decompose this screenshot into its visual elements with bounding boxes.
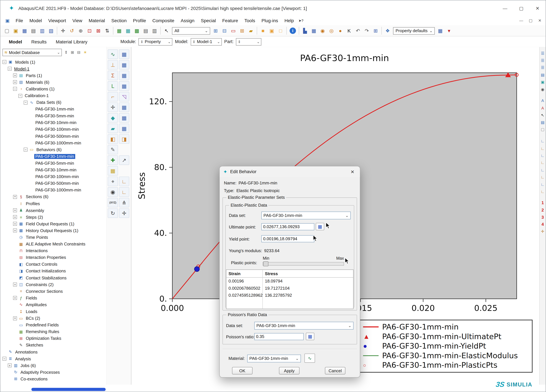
solid-manager-icon[interactable]: ▦ xyxy=(119,113,129,123)
viewport-tree-icon[interactable]: ☰ xyxy=(540,58,546,64)
zoom-icon[interactable]: ⊕ xyxy=(77,26,85,35)
dialog-title-bar[interactable]: ✦ Edit Behavior ✕ xyxy=(220,166,360,177)
query-info-icon[interactable]: i xyxy=(290,28,296,34)
tree-item-label[interactable]: Data Sets (6) xyxy=(35,100,62,105)
tree-item-label[interactable]: Sections (6) xyxy=(25,194,50,199)
tree-item-sections-6[interactable]: +§Sections (6) xyxy=(0,194,106,200)
new-model-icon[interactable]: ▢ xyxy=(3,26,11,35)
tree-item-calibrations-1[interactable]: −◔Calibrations (1) xyxy=(0,86,106,92)
tree-item-label[interactable]: History Output Requests (1) xyxy=(25,228,79,233)
tree-item-pa6-gf30-1000mm-min[interactable]: PA6-GF30-1000mm-min xyxy=(0,187,106,193)
tree-item-model-1[interactable]: −Model-1 xyxy=(0,65,106,72)
hidden-line-icon[interactable]: ▦ xyxy=(124,26,132,35)
tree-item-label[interactable]: Models (1) xyxy=(14,59,36,65)
tree-expander-icon[interactable]: − xyxy=(24,148,28,152)
ok-button[interactable]: OK xyxy=(232,367,253,374)
tree-item-label[interactable]: PA6-GF30-100mm-min xyxy=(34,174,80,179)
ultimate-point-input[interactable] xyxy=(261,223,314,230)
create-set-icon[interactable]: ⌖ xyxy=(108,176,118,186)
tree-item-label[interactable]: Fields xyxy=(25,295,38,301)
tree-item-label[interactable]: Contact Stabilizations xyxy=(25,275,68,280)
tree-item-analysis[interactable]: −≣Analysis xyxy=(0,355,106,362)
tree-expander-icon[interactable]: + xyxy=(13,316,17,320)
stringer-alt-icon[interactable]: ◨ xyxy=(119,134,129,144)
translate-icon[interactable]: ✛ xyxy=(108,103,118,112)
wireframe-icon[interactable]: ▦ xyxy=(115,26,123,35)
translate-manager-icon[interactable]: ▦ xyxy=(119,103,129,112)
tree-item-label[interactable]: Profiles xyxy=(25,201,41,206)
csys-6-icon[interactable]: ∟ xyxy=(540,174,546,180)
tree-item-jobs-6[interactable]: +▥Jobs (6) xyxy=(0,362,106,369)
tree-item-label[interactable]: Constraints (2) xyxy=(25,282,55,287)
tree-item-label[interactable]: Optimization Tasks xyxy=(25,336,62,341)
strain-cell[interactable]: 0.002067860502 xyxy=(226,286,262,291)
tree-item-label[interactable]: Interactions xyxy=(25,248,49,253)
collapse-all-icon[interactable]: ⊟ xyxy=(76,49,82,56)
save-icon[interactable]: ▦ xyxy=(20,26,29,35)
data-set-combo[interactable]: PA6-GF30-1mm-min xyxy=(261,211,351,219)
maximize-button[interactable]: ▢ xyxy=(513,0,530,16)
tree-item-interactions[interactable]: ⊓Interactions xyxy=(0,247,106,254)
tree-item-label[interactable]: PA6-GF30-100mm-min xyxy=(34,127,80,132)
csys-3-icon[interactable]: ∟ xyxy=(540,153,546,158)
menu-help[interactable]: Help xyxy=(281,18,297,23)
tree-expander-icon[interactable]: + xyxy=(8,364,12,367)
tree-item-bcs-2[interactable]: +▭BCs (2) xyxy=(0,315,106,322)
create-section-icon[interactable]: ⊥ xyxy=(108,60,118,70)
tree-item-pa6-gf30-100mm-min[interactable]: PA6-GF30-100mm-min xyxy=(0,126,106,133)
assign-normals-icon[interactable]: ◹ xyxy=(119,92,129,101)
color-dropdown-arrow-icon[interactable]: ▾ xyxy=(445,26,453,35)
menu-model[interactable]: Model xyxy=(26,18,45,23)
film-icon[interactable]: ▣ xyxy=(540,79,546,85)
stress-cell[interactable]: 18.09794 xyxy=(262,279,282,284)
tree-item-label[interactable]: PA6-GF30-1000mm-min xyxy=(34,188,82,193)
apply-button[interactable]: Apply xyxy=(279,367,299,374)
pan-icon[interactable]: ✛ xyxy=(59,26,67,35)
tree-item-amplitudes[interactable]: ∿Amplitudes xyxy=(0,301,106,308)
tree-item-label[interactable]: Sketches xyxy=(25,343,44,348)
undo-icon[interactable]: ↶ xyxy=(354,26,362,35)
circle-tool1-icon[interactable]: ◉ xyxy=(318,26,327,35)
tree-item-predefined-fields[interactable]: ▭Predefined Fields xyxy=(0,322,106,328)
tree-toggle-icon[interactable]: ⊞ xyxy=(371,26,380,35)
tree-expander-icon[interactable]: − xyxy=(2,60,6,64)
tree-item-contact-controls[interactable]: ◧Contact Controls xyxy=(0,261,106,268)
tree-item-label[interactable]: PA6-GF30-1mm-min xyxy=(34,154,75,159)
tree-item-label[interactable]: Parts (1) xyxy=(25,73,43,78)
tree-expander-icon[interactable]: − xyxy=(19,94,22,98)
redo-icon[interactable]: ↷ xyxy=(363,26,371,35)
material-combo[interactable]: PA6-GF30-1mm-min xyxy=(247,355,301,362)
tree-item-label[interactable]: Amplitudes xyxy=(25,302,48,307)
strain-column-header[interactable]: Strain xyxy=(226,271,262,276)
csys-1-icon[interactable]: ∟ xyxy=(540,138,546,144)
tree-item-steps-2[interactable]: +≡Steps (2) xyxy=(0,214,106,221)
tree-expander-icon[interactable]: − xyxy=(13,87,17,91)
stress-column-header[interactable]: Stress xyxy=(262,271,278,276)
fit-view-icon[interactable]: ⊠ xyxy=(94,26,103,35)
tree-item-label[interactable]: Contact Controls xyxy=(25,262,58,267)
tree-item-label[interactable]: PA6-GF30-1000mm-min xyxy=(34,141,82,145)
circle-tool2-icon[interactable]: ◎ xyxy=(327,26,336,35)
tree-expander-icon[interactable]: − xyxy=(24,101,28,105)
pointer-icon[interactable]: ↖ xyxy=(540,112,546,118)
save-session-icon[interactable]: ▧ xyxy=(47,26,55,35)
tree-expander-icon[interactable]: + xyxy=(13,229,17,233)
tree-expander-icon[interactable]: − xyxy=(2,357,6,361)
menu-profile[interactable]: Profile xyxy=(130,18,149,23)
color-code-icon[interactable]: ▰ xyxy=(247,26,255,35)
text-annotation-icon[interactable]: A xyxy=(540,98,546,104)
expand-all-icon[interactable]: ⊞ xyxy=(69,49,76,56)
tree-item-loads[interactable]: ↧Loads xyxy=(0,308,106,315)
tab-model[interactable]: Model xyxy=(9,39,22,44)
tree-item-pa6-gf30-1mm-min[interactable]: PA6-GF30-1mm-min xyxy=(0,106,106,113)
tree-item-optimization-tasks[interactable]: ⊞Optimization Tasks xyxy=(0,335,106,342)
view-4-icon[interactable]: 4 xyxy=(540,222,546,227)
tree-item-label[interactable]: Interaction Properties xyxy=(25,255,67,260)
ultimate-calculator-button[interactable]: ▦ xyxy=(316,223,324,230)
render-wire-icon[interactable]: □ xyxy=(277,26,285,35)
tree-item-pa6-gf30-500mm-min[interactable]: PA6-GF30-500mm-min xyxy=(0,180,106,187)
tree-expander-icon[interactable]: + xyxy=(13,296,17,300)
tree-expander-icon[interactable]: + xyxy=(13,74,17,78)
tree-item-annotations[interactable]: ✎Annotations xyxy=(0,349,106,355)
viewport-list-icon[interactable]: ☰ xyxy=(540,65,546,71)
